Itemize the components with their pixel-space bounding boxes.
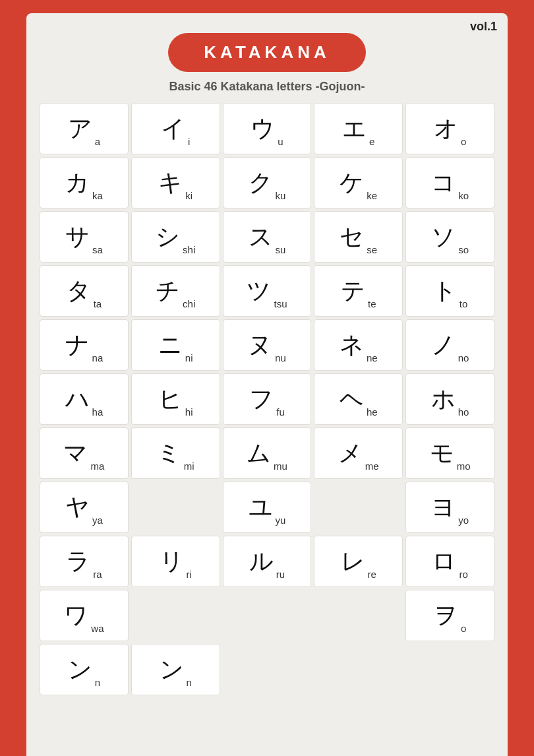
main-page: vol.1 KATAKANA Basic 46 Katakana letters… <box>26 13 508 756</box>
kana-cell <box>131 590 220 641</box>
kana-romaji: mo <box>457 460 471 472</box>
kana-cell-empty <box>314 644 403 695</box>
kana-character: ン <box>68 658 92 681</box>
kana-character: ミ <box>157 441 181 465</box>
kana-cell: トto <box>405 265 494 317</box>
kana-cell: ルru <box>223 536 312 587</box>
kana-character: ノ <box>431 333 456 357</box>
kana-romaji: fu <box>276 406 285 418</box>
kana-cell: ンn <box>131 644 220 695</box>
kana-cell: ロro <box>405 536 494 587</box>
kana-cell: ノno <box>405 319 494 371</box>
kana-cell <box>131 482 220 533</box>
kana-cell <box>314 482 403 533</box>
kana-cell: クku <box>223 157 312 208</box>
kana-romaji: ke <box>367 190 377 201</box>
subtitle: Basic 46 Katakana letters -Gojuon- <box>40 80 494 94</box>
kana-cell: ラra <box>40 536 129 587</box>
kana-romaji: me <box>365 460 379 472</box>
kana-romaji: n <box>187 677 192 688</box>
kana-character: タ <box>67 279 91 303</box>
kana-character: ヲ <box>434 604 458 627</box>
kana-romaji: u <box>278 136 283 147</box>
kana-character: ユ <box>249 495 273 519</box>
kana-character: ヌ <box>248 333 272 357</box>
kana-romaji: o <box>461 623 466 634</box>
kana-romaji: mu <box>274 460 287 472</box>
kana-character: ヒ <box>158 387 183 411</box>
kana-character: ロ <box>432 550 456 573</box>
kana-cell: ネne <box>314 319 403 371</box>
kana-cell: ケke <box>314 157 403 208</box>
kana-cell: モmo <box>405 427 494 479</box>
kana-cell: ンn <box>40 644 129 695</box>
vol-label: vol.1 <box>470 20 497 34</box>
katakana-grid: アaイiウuエeオoカkaキkiクkuケkeコkoサsaシshiスsuセseソs… <box>40 103 494 749</box>
kana-character: ル <box>249 550 274 573</box>
kana-character: ヨ <box>431 495 456 519</box>
kana-romaji: ni <box>185 352 193 363</box>
kana-romaji: i <box>188 136 190 147</box>
kana-character: ヤ <box>65 495 90 519</box>
kana-character: キ <box>158 171 183 195</box>
kana-cell: セse <box>314 211 403 263</box>
kana-cell: ウu <box>223 103 312 154</box>
kana-romaji: ko <box>458 190 469 201</box>
kana-romaji: ki <box>185 190 193 201</box>
kana-cell: オo <box>405 103 494 154</box>
kana-cell: ヘhe <box>314 373 403 425</box>
kana-romaji: te <box>368 298 376 309</box>
kana-character: ウ <box>251 117 275 141</box>
kana-cell: アa <box>40 103 129 154</box>
kana-romaji: tsu <box>274 298 287 309</box>
kana-romaji: o <box>461 136 466 147</box>
kana-cell: ホho <box>405 373 494 425</box>
kana-cell: ユyu <box>223 482 312 533</box>
kana-romaji: n <box>95 677 100 688</box>
kana-romaji: yo <box>458 515 469 526</box>
kana-character: レ <box>341 550 365 573</box>
kana-cell <box>223 590 312 641</box>
kana-cell: ヒhi <box>131 373 220 425</box>
kana-cell: チchi <box>131 265 220 317</box>
kana-character: モ <box>430 441 454 465</box>
kana-romaji: su <box>276 244 286 255</box>
kana-cell: エe <box>314 103 403 154</box>
kana-cell: ハha <box>40 373 129 425</box>
kana-cell: コko <box>405 157 494 208</box>
kana-cell: ナna <box>40 319 129 371</box>
kana-cell: キki <box>131 157 220 208</box>
kana-character: ン <box>160 658 184 681</box>
kana-romaji: ro <box>459 569 467 580</box>
kana-character: ハ <box>65 387 90 411</box>
kana-character: サ <box>65 225 90 249</box>
kana-romaji: ka <box>92 190 103 201</box>
kana-cell: ムmu <box>223 427 312 479</box>
title-text: KATAKANA <box>204 42 330 62</box>
kana-character: マ <box>63 441 88 465</box>
kana-character: メ <box>338 441 363 465</box>
kana-character: セ <box>340 225 364 249</box>
kana-cell: レre <box>314 536 403 587</box>
kana-romaji: re <box>368 569 376 580</box>
kana-cell: ヨyo <box>405 482 494 533</box>
kana-cell: マma <box>40 427 129 479</box>
kana-cell-empty <box>223 644 312 695</box>
kana-cell: スsu <box>223 211 312 263</box>
kana-romaji: ru <box>276 569 285 580</box>
kana-romaji: ya <box>92 515 103 526</box>
kana-character: ツ <box>247 279 271 303</box>
kana-romaji: ma <box>90 460 104 472</box>
kana-character: ニ <box>158 333 183 357</box>
kana-cell: ヲo <box>405 590 494 641</box>
kana-cell: ワwa <box>40 590 129 641</box>
kana-romaji: shi <box>183 244 195 255</box>
kana-romaji: to <box>460 298 468 309</box>
kana-character: カ <box>65 171 90 195</box>
kana-character: ソ <box>431 225 456 249</box>
kana-cell-empty <box>405 644 494 695</box>
kana-character: ム <box>247 441 271 465</box>
kana-romaji: chi <box>183 298 195 309</box>
kana-cell: テte <box>314 265 403 317</box>
kana-character: イ <box>161 117 185 141</box>
